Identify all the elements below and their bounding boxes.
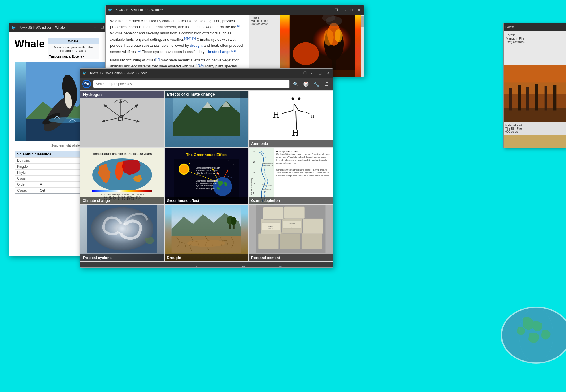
grid-item-ozone[interactable]: 35 25 15 10 5 0 Altitude (kilometers) St… — [249, 147, 333, 205]
svg-text:H: H — [311, 114, 314, 118]
kiwix-minimize-btn[interactable]: − — [296, 70, 300, 76]
kiwix-logo — [82, 80, 91, 88]
hydrogen-label: Hydrogen — [80, 91, 164, 98]
svg-text:PORTLAND: PORTLAND — [267, 224, 274, 226]
svg-text:'tropospheric: 'tropospheric — [262, 188, 271, 190]
wf-ref6: [13][14] — [196, 64, 204, 67]
wf-ref2: [6][7][8][9] — [184, 37, 196, 40]
wf-minimize-btn[interactable]: − — [327, 7, 331, 13]
print-button[interactable]: 🖨 — [323, 80, 331, 88]
right-partial-forest: Forest... Forest,Mangum Firekm²) of fore… — [503, 23, 566, 148]
svg-rect-111 — [518, 85, 521, 110]
wf-link-drought[interactable]: drought — [190, 43, 202, 48]
home-button[interactable]: ⌂ — [92, 264, 102, 268]
sci-label-domain: Domain: — [17, 159, 40, 163]
svg-text:10: 10 — [253, 182, 255, 184]
kiwix-menu-btn[interactable]: ··· — [310, 70, 316, 76]
search-button[interactable]: 🔍 — [292, 80, 300, 88]
kiwix-titlebar: 🐦 Kiwix JS PWA Edition - Kiwix JS PWA − … — [80, 69, 333, 78]
forest-titlebar: Forest... — [504, 23, 566, 31]
wildfire-titlebar-title: Kiwix JS PWA Edition - Wildfire — [114, 8, 163, 12]
infobox-header: Whale — [48, 38, 99, 44]
svg-point-81 — [117, 225, 127, 233]
grid-item-drought[interactable]: Drought — [164, 204, 249, 262]
toc-button[interactable]: ToC ▲ — [196, 266, 214, 268]
wf-menu-btn[interactable]: ··· — [341, 7, 347, 13]
svg-text:Altitude (kilometers): Altitude (kilometers) — [250, 178, 253, 195]
globe-partial — [501, 307, 566, 364]
svg-rect-114 — [545, 86, 547, 110]
svg-rect-116 — [504, 65, 566, 82]
climate-map-sub: 2011–2021 average vs 1956–1976 baseline — [100, 193, 144, 196]
grid-item-greenhouse[interactable]: The Greenhouse Effect — [164, 147, 249, 205]
wf-close-btn[interactable]: ✕ — [356, 7, 362, 13]
kiwix-maxrestore-btn[interactable]: □ — [318, 70, 323, 76]
sci-label-class: Class: — [17, 176, 40, 180]
wf-ref1: [5] — [237, 24, 240, 27]
svg-text:35: 35 — [253, 150, 255, 152]
grid-item-cyclone[interactable]: Tropical cyclone — [80, 204, 164, 262]
svg-text:H: H — [292, 127, 299, 137]
whale-titlebar-icon: 🐦 — [11, 25, 16, 30]
forward-button[interactable]: ▶ — [161, 264, 173, 268]
hydrogen-svg: a — [95, 97, 149, 140]
svg-text:Stratospheric Ozone: Stratospheric Ozone — [262, 162, 273, 164]
minimize-button[interactable]: − — [93, 25, 97, 30]
wildfire-text: Wildfires are often classified by charac… — [106, 15, 249, 77]
kiwix-restore-btn[interactable]: ❐ — [302, 71, 308, 76]
restore-button[interactable]: ❐ — [100, 25, 105, 30]
svg-text:and redirect heat radiated: and redirect heat radiated — [196, 182, 217, 184]
wf-para1: Wildfires are often classified by charac… — [110, 19, 237, 29]
wf-ref5: [12] — [155, 58, 160, 61]
effects-label: Effects of climate change — [165, 91, 248, 98]
greenhouse-svg: Some sunlight that hits Earth is reflect… — [172, 159, 241, 199]
back-button[interactable]: ◀ — [126, 264, 138, 268]
zoom-in-button[interactable]: 🔍 — [274, 265, 288, 268]
kiwix-search-input[interactable] — [93, 80, 290, 88]
wf-maxrestore-btn[interactable]: □ — [349, 7, 354, 13]
wf-link-climate[interactable]: climate change — [206, 50, 230, 54]
kiwix-bottombar: ⌂ ◀ ▶ ToC ▲ 🔍 🔍 ↑ — [80, 262, 333, 268]
scrollbar-thumb — [361, 16, 364, 27]
svg-point-21 — [85, 83, 86, 84]
svg-rect-96 — [303, 219, 323, 234]
drought-svg — [165, 205, 248, 253]
cyclone-label: Tropical cyclone — [80, 254, 164, 261]
forest-image — [504, 65, 566, 122]
kiwix-toolbar: 🔍 🎲 🔧 🖨 — [80, 78, 333, 90]
grid-item-ammonia[interactable]: N H H H Ammonia — [249, 90, 333, 147]
random-button[interactable]: 🎲 — [302, 80, 310, 88]
svg-text:N: N — [292, 102, 299, 112]
sci-label-phylum: Phylum: — [17, 171, 40, 175]
ammonia-label: Ammonia — [249, 140, 333, 147]
grid-item-effects[interactable]: Effects of climate change — [164, 90, 249, 147]
kiwix-window: 🐦 Kiwix JS PWA Edition - Kiwix JS PWA − … — [80, 68, 333, 268]
config-button[interactable]: 🔧 — [312, 80, 320, 88]
svg-point-10 — [293, 42, 319, 65]
scroll-up-button[interactable]: ↑ — [311, 264, 321, 268]
ozone-section-trop: Contains 10% of atmospheric ozone. Harmf… — [275, 167, 331, 179]
svg-text:5: 5 — [253, 192, 254, 194]
infobox-subtext: An informal group within the infraorder … — [48, 44, 99, 54]
svg-rect-98 — [284, 207, 305, 219]
wildfire-content: Wildfires are often classified by charac… — [106, 15, 364, 77]
svg-line-42 — [296, 111, 296, 130]
ozone-trop-text: Contains 10% of atmospheric ozone. Harmf… — [276, 169, 330, 178]
kiwix-close-btn[interactable]: ✕ — [325, 70, 331, 76]
zoom-out-button[interactable]: 🔍 — [238, 265, 251, 268]
grid-item-hydrogen[interactable]: a — [80, 90, 164, 147]
grid-item-portland[interactable]: PORTLAND CEMENT TYPE I/II PORTLAND CEMEN… — [249, 204, 333, 262]
whale-heading: Whale — [15, 38, 45, 50]
portland-svg: PORTLAND CEMENT TYPE I/II PORTLAND CEMEN… — [249, 205, 333, 253]
svg-point-46 — [179, 163, 179, 163]
wildfire-scrollbar[interactable] — [361, 15, 364, 77]
svg-text:(The Ozone Layer): (The Ozone Layer) — [262, 165, 273, 166]
wf-para4: Naturally occurring wildfires — [110, 58, 155, 62]
wildfire-titlebar: 🐦 Kiwix JS PWA Edition - Wildfire − ❐ ··… — [106, 5, 364, 15]
svg-line-29 — [121, 101, 124, 103]
wf-right-sidebar: Forest,Mangum Firekm²) of forest. — [249, 15, 280, 77]
svg-text:TYPE I/II: TYPE I/II — [268, 228, 273, 229]
svg-text:ozone': ozone' — [262, 190, 267, 192]
wf-restore-btn[interactable]: ❐ — [334, 7, 339, 13]
grid-item-climate[interactable]: Temperature change in the last 50 years — [80, 147, 164, 205]
